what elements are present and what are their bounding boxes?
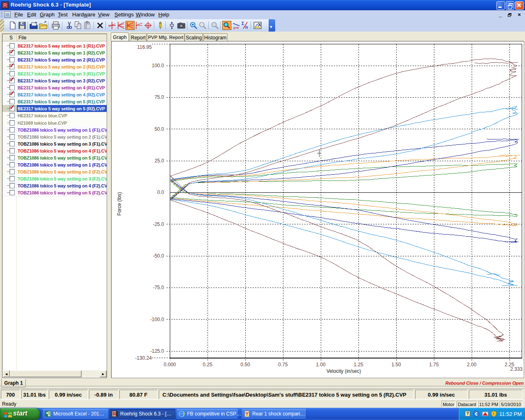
svg-text:n: n: [245, 25, 248, 30]
svg-text:25.0: 25.0: [155, 158, 164, 164]
svg-text:0.75: 0.75: [278, 362, 288, 368]
svg-text:Σ: Σ: [242, 21, 244, 26]
svg-text:0.50: 0.50: [240, 362, 250, 368]
svg-text:1.00: 1.00: [316, 362, 326, 368]
svg-text:0.000: 0.000: [164, 362, 176, 368]
svg-text:-100.0: -100.0: [150, 317, 164, 322]
svg-text:1.25: 1.25: [354, 362, 363, 368]
svg-text:100.0: 100.0: [152, 63, 164, 68]
svg-text:75.0: 75.0: [155, 94, 164, 100]
svg-text:0.0: 0.0: [157, 189, 164, 195]
svg-text:-130.24: -130.24: [135, 355, 152, 361]
svg-text:1.50: 1.50: [391, 362, 401, 368]
svg-text:?: ?: [466, 411, 469, 416]
svg-text:Velocity (in/sec): Velocity (in/sec): [326, 368, 361, 374]
svg-text:1.75: 1.75: [429, 362, 439, 368]
svg-text:50.0: 50.0: [155, 126, 164, 132]
svg-text:2.00: 2.00: [467, 362, 477, 368]
svg-text:R: R: [113, 411, 116, 416]
svg-text:Force (lbs): Force (lbs): [116, 192, 122, 215]
svg-text:!: !: [493, 412, 494, 416]
svg-text:-75.0: -75.0: [153, 285, 164, 290]
svg-text:y=x: y=x: [233, 26, 239, 30]
svg-text:-50.0: -50.0: [153, 253, 164, 259]
svg-text:2.333: 2.333: [510, 366, 523, 372]
svg-text:-25.0: -25.0: [153, 221, 164, 227]
svg-text:0.25: 0.25: [203, 362, 212, 368]
svg-text:-125.0: -125.0: [150, 348, 164, 354]
svg-text:116.95: 116.95: [137, 44, 152, 50]
